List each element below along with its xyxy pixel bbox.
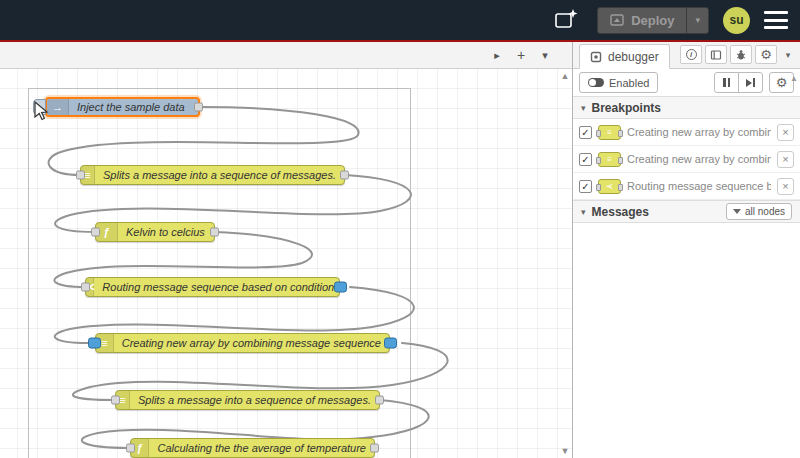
breakpoint-label: Routing message sequence ba: [627, 180, 771, 192]
breakpoint-checkbox[interactable]: ✓: [579, 153, 592, 166]
app-header: Deploy ▾ su: [0, 0, 800, 40]
gear-icon: ⚙: [776, 75, 788, 90]
breakpoint-row[interactable]: ✓ Y Routing message sequence ba ×: [573, 173, 800, 200]
canvas-vertical-scrollbar[interactable]: ▲ ▼: [558, 69, 572, 458]
deploy-button[interactable]: Deploy ▾: [597, 7, 709, 34]
output-port[interactable]: [194, 103, 203, 112]
node-label: Splits a message into a sequence of mess…: [95, 169, 344, 181]
header-accent-line: [0, 40, 800, 42]
join-node-icon: ≡: [598, 152, 621, 167]
debugger-tab-icon: [590, 51, 602, 63]
remove-breakpoint-button[interactable]: ×: [777, 151, 794, 168]
node-switch[interactable]: Y Routing message sequence based on cond…: [85, 277, 340, 297]
breakpoint-row[interactable]: ✓ ≡ Creating new array by combini ×: [573, 119, 800, 146]
input-port[interactable]: [111, 396, 120, 405]
input-port[interactable]: [91, 228, 100, 237]
input-port[interactable]: [81, 283, 90, 292]
settings-gear-icon[interactable]: ⚙: [755, 45, 777, 64]
remove-breakpoint-button[interactable]: ×: [777, 124, 794, 141]
right-sidebar: debugger i ⚙ ▾ Enabled: [572, 42, 800, 458]
flow-workspace: ▸ + ▾ → Inject the sample data ≡ Splits …: [0, 42, 572, 458]
node-label: Calculating the the average of temperatu…: [149, 442, 374, 454]
output-port-breakpoint[interactable]: [334, 282, 347, 293]
mouse-cursor: [34, 101, 50, 121]
output-port[interactable]: [375, 396, 384, 405]
node-function[interactable]: ƒ Calculating the the average of tempera…: [130, 438, 375, 458]
workspace-tab-bar: ▸ + ▾: [0, 42, 572, 69]
breakpoint-label: Creating new array by combini: [627, 126, 771, 138]
breakpoints-section-header[interactable]: ▾ Breakpoints: [573, 96, 800, 119]
node-inject[interactable]: → Inject the sample data: [45, 97, 200, 117]
breakpoint-checkbox[interactable]: ✓: [579, 180, 592, 193]
output-port[interactable]: [370, 444, 379, 453]
node-label: Routing message sequence based on condit…: [94, 281, 342, 293]
tab-debugger-label: debugger: [608, 50, 659, 64]
debugger-toolbar: Enabled ⚙ ▲: [573, 69, 800, 96]
user-avatar[interactable]: su: [723, 7, 750, 34]
input-port[interactable]: [76, 171, 85, 180]
node-function[interactable]: ƒ Kelvin to celcius: [95, 222, 215, 242]
add-flow-icon[interactable]: +: [510, 45, 532, 65]
deploy-label: Deploy: [631, 13, 674, 28]
step-button[interactable]: [738, 72, 763, 93]
breakpoint-row[interactable]: ✓ ≡ Creating new array by combini ×: [573, 146, 800, 173]
enabled-label: Enabled: [609, 77, 649, 89]
scroll-up-icon[interactable]: ▲: [558, 71, 572, 81]
node-split[interactable]: ≡ Splits a message into a sequence of me…: [80, 165, 345, 185]
breakpoint-checkbox[interactable]: ✓: [579, 126, 592, 139]
sidebar-tab-bar: debugger i ⚙ ▾: [573, 42, 800, 69]
node-label: Creating new array by combining message …: [114, 337, 389, 349]
step-icon: [746, 78, 756, 87]
output-port-breakpoint[interactable]: [384, 338, 397, 349]
messages-section-header[interactable]: ▾ Messages all nodes: [573, 200, 800, 223]
input-port[interactable]: [126, 444, 135, 453]
messages-title: Messages: [592, 205, 649, 219]
output-port[interactable]: [340, 171, 349, 180]
message-filter-button[interactable]: all nodes: [726, 203, 792, 220]
assistant-sparkle-icon[interactable]: [549, 6, 583, 34]
tab-debugger[interactable]: debugger: [579, 44, 670, 69]
switch-node-icon: Y: [598, 179, 621, 194]
enabled-toggle-button[interactable]: Enabled: [579, 72, 658, 93]
deploy-dropdown-arrow[interactable]: ▾: [687, 8, 708, 33]
toggle-icon: [588, 78, 604, 87]
node-split[interactable]: ≡ Splits a message into a sequence of me…: [115, 390, 380, 410]
flow-canvas[interactable]: → Inject the sample data ≡ Splits a mess…: [0, 69, 572, 458]
node-label: Inject the sample data: [69, 101, 193, 113]
deploy-icon: [610, 14, 624, 26]
pause-button[interactable]: [714, 72, 739, 93]
pause-icon: [723, 78, 730, 87]
join-node-icon: ≡: [598, 125, 621, 140]
menu-icon[interactable]: [764, 11, 788, 29]
node-label: Kelvin to celcius: [118, 226, 213, 238]
help-book-icon[interactable]: [705, 45, 727, 64]
playback-button-group: [714, 72, 763, 93]
input-port-breakpoint[interactable]: [88, 338, 101, 349]
tab-scroll-right-icon[interactable]: ▸: [486, 45, 508, 65]
filter-label: all nodes: [745, 206, 785, 217]
debug-bug-icon[interactable]: [730, 45, 752, 64]
output-port[interactable]: [210, 228, 219, 237]
sidebar-scroll-up-icon[interactable]: ▲: [790, 74, 798, 83]
scroll-down-icon[interactable]: ▼: [558, 446, 572, 456]
chevron-down-icon: ▾: [581, 103, 586, 113]
node-label: Splits a message into a sequence of mess…: [130, 394, 379, 406]
breakpoints-title: Breakpoints: [592, 101, 661, 115]
info-icon[interactable]: i: [680, 45, 702, 64]
sidebar-chevron-icon[interactable]: ▾: [780, 45, 796, 64]
filter-funnel-icon: [733, 209, 741, 214]
breakpoint-label: Creating new array by combini: [627, 153, 771, 165]
inject-icon: →: [47, 99, 69, 115]
chevron-down-icon: ▾: [581, 207, 586, 217]
flow-list-chevron-icon[interactable]: ▾: [534, 45, 556, 65]
node-join[interactable]: ≡ Creating new array by combining messag…: [95, 333, 390, 353]
remove-breakpoint-button[interactable]: ×: [777, 178, 794, 195]
